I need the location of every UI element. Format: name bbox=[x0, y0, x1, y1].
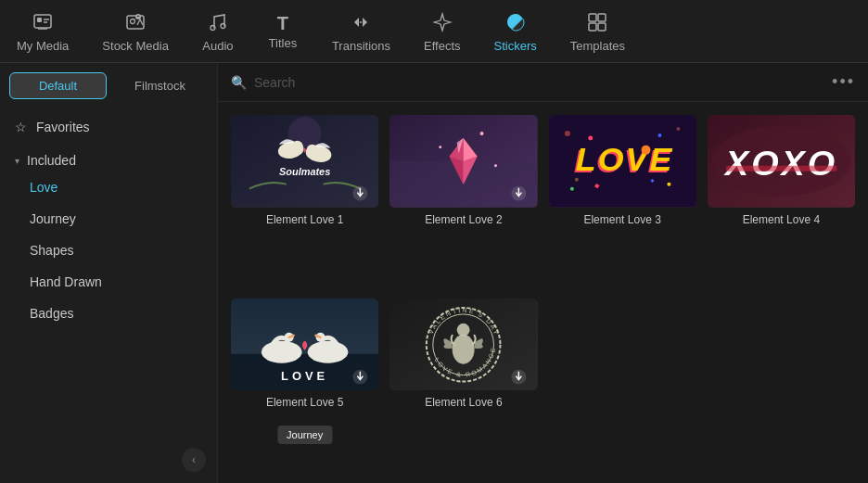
thumb-element-love-3: LOVE LOVE bbox=[549, 115, 696, 208]
svg-point-32 bbox=[480, 132, 484, 135]
thumb-element-love-4: XOXO bbox=[708, 115, 855, 208]
svg-point-6 bbox=[131, 19, 135, 23]
svg-text:LOVE: LOVE bbox=[575, 141, 673, 178]
sidebar-sub-item-shapes[interactable]: Shapes bbox=[0, 235, 217, 266]
nav-item-stock-media[interactable]: Stock Media bbox=[85, 6, 185, 62]
stickers-icon bbox=[505, 12, 526, 35]
section-included-label: Included bbox=[27, 153, 76, 168]
journey-label: Journey bbox=[30, 211, 76, 226]
nav-item-transitions[interactable]: Transitions bbox=[315, 6, 407, 62]
svg-point-45 bbox=[667, 183, 670, 186]
svg-point-58 bbox=[308, 340, 349, 362]
label-element-love-4: Element Love 4 bbox=[708, 213, 855, 226]
sidebar-tabs: Default Filmstock bbox=[0, 63, 217, 107]
nav-item-effects[interactable]: Effects bbox=[407, 6, 478, 62]
list-item-wrap: LOVE Element Love 5 Journey bbox=[231, 299, 378, 471]
nav-label-templates: Templates bbox=[570, 39, 625, 53]
label-element-love-5: Element Love 5 bbox=[231, 396, 378, 409]
nav-label-titles: Titles bbox=[269, 36, 298, 50]
sidebar-section-included: ▾ Included bbox=[0, 144, 217, 172]
svg-rect-11 bbox=[589, 14, 596, 21]
svg-point-39 bbox=[676, 127, 680, 131]
svg-text:LOVE: LOVE bbox=[281, 368, 328, 382]
tab-default[interactable]: Default bbox=[9, 72, 107, 99]
nav-item-titles[interactable]: T Titles bbox=[250, 8, 315, 59]
svg-rect-53 bbox=[726, 166, 836, 172]
svg-text:Soulmates: Soulmates bbox=[279, 166, 330, 177]
shapes-label: Shapes bbox=[30, 243, 73, 258]
collapse-icon: ‹ bbox=[192, 453, 196, 466]
star-icon: ☆ bbox=[15, 120, 27, 134]
nav-item-stickers[interactable]: Stickers bbox=[478, 6, 554, 62]
audio-icon bbox=[208, 12, 228, 35]
search-bar: 🔍 ••• bbox=[218, 63, 868, 102]
label-element-love-6: Element Love 6 bbox=[389, 396, 537, 409]
svg-point-44 bbox=[657, 133, 661, 137]
sidebar-content: ☆ Favorites ▾ Included Love Journey Shap… bbox=[0, 107, 217, 483]
svg-point-66 bbox=[453, 334, 475, 363]
my-media-icon bbox=[32, 12, 53, 35]
nav-label-audio: Audio bbox=[202, 39, 233, 53]
hand-drawn-label: Hand Drawn bbox=[30, 274, 102, 289]
badges-label: Badges bbox=[30, 306, 73, 321]
love-label: Love bbox=[30, 180, 57, 195]
thumb-element-love-6: VALENTINE'S DAY LOVE & ROMANCE bbox=[389, 299, 537, 391]
sidebar-sub-item-journey[interactable]: Journey bbox=[0, 203, 217, 235]
nav-label-stickers: Stickers bbox=[494, 39, 537, 53]
svg-point-49 bbox=[641, 146, 650, 155]
svg-rect-13 bbox=[589, 23, 596, 31]
sidebar-sub-item-hand-drawn[interactable]: Hand Drawn bbox=[0, 266, 217, 298]
tab-filmstock[interactable]: Filmstock bbox=[112, 72, 208, 99]
more-options-button[interactable]: ••• bbox=[832, 72, 855, 92]
svg-rect-0 bbox=[34, 15, 51, 28]
nav-item-templates[interactable]: Templates bbox=[554, 6, 642, 62]
stock-media-icon bbox=[125, 12, 146, 35]
nav-label-my-media: My Media bbox=[17, 39, 69, 53]
main-layout: Default Filmstock ☆ Favorites ▾ Included… bbox=[0, 63, 868, 483]
transitions-icon bbox=[351, 12, 371, 35]
favorites-label: Favorites bbox=[36, 120, 90, 134]
label-element-love-2: Element Love 2 bbox=[389, 213, 537, 226]
list-item[interactable]: Element Love 2 bbox=[389, 115, 537, 287]
list-item[interactable]: Soulmates Element Love 1 bbox=[231, 115, 378, 287]
list-item[interactable]: VALENTINE'S DAY LOVE & ROMANCE Element L… bbox=[389, 299, 537, 471]
stickers-grid: Soulmates Element Love 1 bbox=[218, 102, 868, 483]
thumb-element-love-2 bbox=[389, 115, 537, 208]
thumb-element-love-5: LOVE bbox=[231, 299, 378, 391]
svg-point-33 bbox=[439, 146, 441, 148]
nav-item-audio[interactable]: Audio bbox=[185, 6, 250, 62]
search-icon: 🔍 bbox=[231, 75, 247, 90]
svg-point-56 bbox=[262, 340, 302, 362]
svg-rect-1 bbox=[37, 18, 42, 22]
thumb-element-love-1: Soulmates bbox=[231, 115, 378, 208]
svg-point-43 bbox=[588, 135, 593, 140]
nav-label-stock-media: Stock Media bbox=[102, 39, 169, 53]
titles-icon: T bbox=[277, 14, 288, 32]
svg-point-38 bbox=[564, 131, 569, 136]
collapse-sidebar-button[interactable]: ‹ bbox=[182, 448, 206, 472]
list-item[interactable]: LOVE Element Love 5 bbox=[231, 299, 378, 410]
svg-text:XOXO: XOXO bbox=[723, 144, 837, 183]
list-item[interactable]: LOVE LOVE Element Love 3 bbox=[549, 115, 696, 287]
search-input[interactable] bbox=[254, 75, 824, 90]
svg-point-19 bbox=[292, 141, 303, 152]
top-nav: My Media Stock Media Audio T Titles bbox=[0, 0, 868, 63]
sidebar: Default Filmstock ☆ Favorites ▾ Included… bbox=[0, 63, 218, 483]
nav-item-my-media[interactable]: My Media bbox=[0, 6, 85, 62]
label-element-love-3: Element Love 3 bbox=[549, 213, 696, 226]
content-area: 🔍 ••• bbox=[218, 63, 868, 483]
journey-tooltip: Journey bbox=[277, 426, 332, 444]
effects-icon bbox=[432, 12, 453, 35]
svg-point-67 bbox=[457, 323, 470, 336]
arrow-icon: ▾ bbox=[15, 156, 19, 166]
sidebar-sub-item-love[interactable]: Love bbox=[0, 172, 217, 203]
nav-label-effects: Effects bbox=[424, 39, 461, 53]
svg-rect-12 bbox=[598, 14, 606, 21]
sidebar-sub-item-badges[interactable]: Badges bbox=[0, 298, 217, 329]
svg-point-34 bbox=[494, 164, 497, 167]
label-element-love-1: Element Love 1 bbox=[231, 213, 378, 226]
nav-label-transitions: Transitions bbox=[332, 39, 390, 53]
sidebar-item-favorites[interactable]: ☆ Favorites bbox=[0, 110, 217, 144]
templates-icon bbox=[587, 12, 607, 35]
list-item[interactable]: XOXO Element Love 4 bbox=[708, 115, 855, 287]
